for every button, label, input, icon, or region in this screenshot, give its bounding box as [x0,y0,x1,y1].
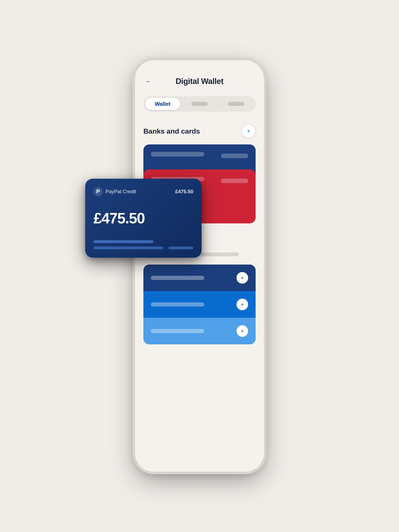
scene: ← Digital Wallet Wallet [119,38,280,494]
paypal-logo-icon: P [94,187,103,196]
tab-3-placeholder [228,102,245,106]
card-bottom-line [94,240,153,243]
phone-shell: ← Digital Wallet Wallet [135,60,264,472]
section-header: Banks and cards + [143,124,256,138]
tab-2-placeholder [191,102,208,106]
add-option-row-2[interactable]: + [143,291,256,318]
card-amount-area: £475.50 [94,211,193,226]
card-bottom-area [94,240,193,249]
back-arrow-icon: ← [146,79,151,84]
option-plus-icon-3: + [241,329,244,334]
add-card-button[interactable]: + [241,124,256,138]
card-red-line-2 [221,178,248,183]
paypal-credit-card[interactable]: P PayPal Credit £475.50 £475.50 [85,179,202,258]
tab-bar: Wallet [143,96,256,112]
add-options-list: + + + [143,265,256,344]
option-line-1 [151,276,204,280]
tab-wallet-label: Wallet [155,101,171,107]
card-blue-top-row [151,152,248,160]
option-add-btn-1[interactable]: + [236,272,248,284]
svg-text:P: P [96,188,100,195]
card-detail-line-wide [94,247,163,249]
add-icon: + [247,128,250,134]
tab-3[interactable] [219,98,254,110]
tab-2[interactable] [182,98,217,110]
card-brand-label: PayPal Credit [106,189,136,195]
add-option-row-3[interactable]: + [143,318,256,344]
add-option-row-1[interactable]: + [143,265,256,291]
card-blue-line-2 [221,154,248,158]
header: ← Digital Wallet [143,77,256,86]
card-balance-top-label: £475.50 [175,189,193,195]
option-plus-icon-1: + [241,275,244,280]
option-line-2 [151,302,204,306]
page-title: Digital Wallet [176,77,223,86]
card-logo-area: P PayPal Credit [94,187,136,196]
section-title: Banks and cards [143,127,200,135]
tab-wallet[interactable]: Wallet [145,98,180,110]
option-line-3 [151,329,204,333]
back-button[interactable]: ← [143,76,153,86]
phone-screen: ← Digital Wallet Wallet [135,60,264,472]
option-plus-icon-2: + [241,302,244,307]
card-amount-value: £475.50 [94,210,145,227]
option-add-btn-3[interactable]: + [236,325,248,337]
card-header-row: P PayPal Credit £475.50 [94,187,193,196]
option-add-btn-2[interactable]: + [236,299,248,310]
card-detail-line-narrow [168,247,193,249]
card-blue-line-1 [151,152,204,157]
